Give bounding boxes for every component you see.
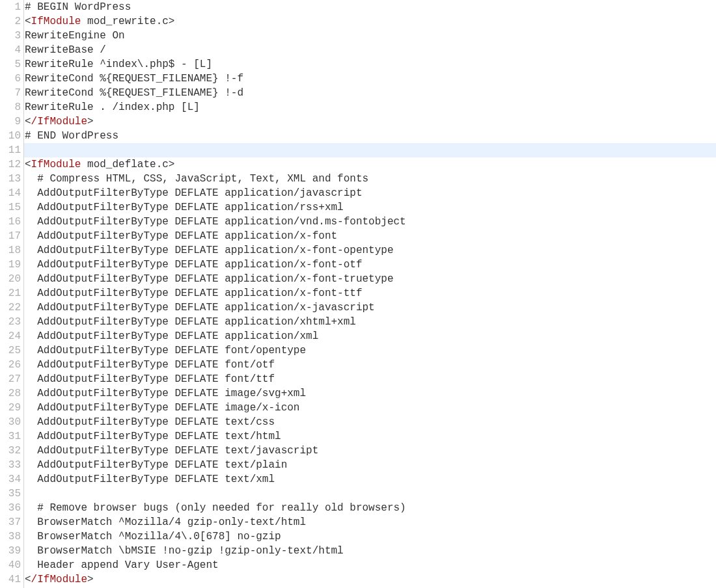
line-number: 16 <box>0 215 21 229</box>
code-line[interactable] <box>24 143 716 157</box>
code-line[interactable]: # Compress HTML, CSS, JavaScript, Text, … <box>24 172 716 186</box>
code-line[interactable]: BrowserMatch ^Mozilla/4\.0[678] no-gzip <box>24 529 716 544</box>
code-line[interactable]: # BEGIN WordPress <box>24 0 716 14</box>
code-line[interactable]: RewriteCond %{REQUEST_FILENAME} !-d <box>24 86 716 100</box>
code-token: BrowserMatch ^Mozilla/4\.0[678] no-gzip <box>25 531 281 542</box>
code-line[interactable]: AddOutputFilterByType DEFLATE font/otf <box>24 358 716 372</box>
code-token: > <box>87 116 94 127</box>
code-line[interactable]: AddOutputFilterByType DEFLATE text/html <box>24 429 716 444</box>
code-token: # Compress HTML, CSS, JavaScript, Text, … <box>25 173 368 185</box>
code-line[interactable]: AddOutputFilterByType DEFLATE applicatio… <box>24 315 716 329</box>
code-token: / <box>31 116 38 127</box>
code-line[interactable]: AddOutputFilterByType DEFLATE applicatio… <box>24 243 716 258</box>
code-line[interactable]: AddOutputFilterByType DEFLATE applicatio… <box>24 215 716 229</box>
code-line[interactable]: Header append Vary User-Agent <box>24 558 716 572</box>
code-line[interactable] <box>24 487 716 501</box>
code-token: RewriteRule ^index\.php$ - [L] <box>25 59 212 70</box>
code-token: AddOutputFilterByType DEFLATE applicatio… <box>25 273 394 285</box>
line-number: 23 <box>0 315 21 329</box>
code-line[interactable]: AddOutputFilterByType DEFLATE text/javas… <box>24 444 716 458</box>
code-line[interactable]: <IfModule mod_rewrite.c> <box>24 14 716 29</box>
code-token: AddOutputFilterByType DEFLATE font/opent… <box>25 345 306 356</box>
line-number: 11 <box>0 143 21 157</box>
line-number: 30 <box>0 415 21 429</box>
line-number: 4 <box>0 43 21 57</box>
line-number: 31 <box>0 429 21 444</box>
code-line[interactable]: AddOutputFilterByType DEFLATE applicatio… <box>24 258 716 272</box>
code-token: < <box>25 159 31 170</box>
line-number: 26 <box>0 358 21 372</box>
line-number: 35 <box>0 487 21 501</box>
line-number-gutter: 1234567891011121314151617181920212223242… <box>0 0 24 588</box>
code-line[interactable]: </IfModule> <box>24 572 716 587</box>
line-number: 14 <box>0 186 21 200</box>
code-token: AddOutputFilterByType DEFLATE text/css <box>25 416 275 428</box>
code-line[interactable]: AddOutputFilterByType DEFLATE applicatio… <box>24 200 716 215</box>
code-area[interactable]: # BEGIN WordPress<IfModule mod_rewrite.c… <box>24 0 716 588</box>
code-line[interactable]: # END WordPress <box>24 129 716 143</box>
code-token: < <box>25 574 31 585</box>
code-line[interactable]: RewriteCond %{REQUEST_FILENAME} !-f <box>24 72 716 86</box>
line-number: 12 <box>0 157 21 172</box>
code-line[interactable]: AddOutputFilterByType DEFLATE text/css <box>24 415 716 429</box>
code-token: RewriteRule . /index.php [L] <box>25 101 200 113</box>
code-line[interactable]: AddOutputFilterByType DEFLATE font/ttf <box>24 372 716 386</box>
code-line[interactable]: AddOutputFilterByType DEFLATE applicatio… <box>24 272 716 286</box>
code-line[interactable]: AddOutputFilterByType DEFLATE applicatio… <box>24 286 716 301</box>
code-token: IfModule <box>37 574 87 585</box>
code-line[interactable]: RewriteRule ^index\.php$ - [L] <box>24 57 716 72</box>
line-number: 3 <box>0 29 21 43</box>
line-number: 40 <box>0 558 21 572</box>
line-number: 27 <box>0 372 21 386</box>
code-token: AddOutputFilterByType DEFLATE applicatio… <box>25 245 394 256</box>
code-line[interactable]: </IfModule> <box>24 114 716 129</box>
code-line[interactable]: # Remove browser bugs (only needed for r… <box>24 501 716 515</box>
code-token: AddOutputFilterByType DEFLATE applicatio… <box>25 287 362 299</box>
line-number: 5 <box>0 57 21 72</box>
code-token: AddOutputFilterByType DEFLATE font/ttf <box>25 373 275 385</box>
code-token: RewriteCond %{REQUEST_FILENAME} !-d <box>25 87 243 99</box>
code-token: RewriteEngine On <box>25 30 125 42</box>
code-token: IfModule <box>37 116 87 127</box>
line-number: 8 <box>0 100 21 114</box>
code-token: AddOutputFilterByType DEFLATE applicatio… <box>25 316 356 328</box>
code-token: AddOutputFilterByType DEFLATE text/plain <box>25 459 287 471</box>
code-line[interactable]: AddOutputFilterByType DEFLATE text/plain <box>24 458 716 472</box>
code-line[interactable]: AddOutputFilterByType DEFLATE applicatio… <box>24 229 716 243</box>
code-line[interactable]: AddOutputFilterByType DEFLATE font/opent… <box>24 343 716 358</box>
line-number: 13 <box>0 172 21 186</box>
code-line[interactable]: AddOutputFilterByType DEFLATE text/xml <box>24 472 716 487</box>
line-number: 37 <box>0 515 21 529</box>
code-line[interactable]: AddOutputFilterByType DEFLATE applicatio… <box>24 301 716 315</box>
code-token: # Remove browser bugs (only needed for r… <box>25 502 406 514</box>
code-line[interactable]: RewriteEngine On <box>24 29 716 43</box>
line-number: 18 <box>0 243 21 258</box>
code-token: > <box>87 574 94 585</box>
line-number: 25 <box>0 343 21 358</box>
code-token: > <box>169 159 175 170</box>
code-token: mod_deflate.c <box>81 159 168 170</box>
line-number: 1 <box>0 0 21 14</box>
line-number: 19 <box>0 258 21 272</box>
code-editor[interactable]: 1234567891011121314151617181920212223242… <box>0 0 716 588</box>
line-number: 17 <box>0 229 21 243</box>
code-token: AddOutputFilterByType DEFLATE applicatio… <box>25 230 337 242</box>
code-line[interactable]: RewriteBase / <box>24 43 716 57</box>
code-line[interactable]: AddOutputFilterByType DEFLATE applicatio… <box>24 329 716 343</box>
code-line[interactable]: AddOutputFilterByType DEFLATE image/x-ic… <box>24 401 716 415</box>
code-line[interactable]: AddOutputFilterByType DEFLATE applicatio… <box>24 186 716 200</box>
code-token: AddOutputFilterByType DEFLATE text/javas… <box>25 445 318 457</box>
line-number: 36 <box>0 501 21 515</box>
line-number: 38 <box>0 529 21 544</box>
code-line[interactable]: <IfModule mod_deflate.c> <box>24 157 716 172</box>
line-number: 7 <box>0 86 21 100</box>
line-number: 9 <box>0 114 21 129</box>
code-token: IfModule <box>31 16 81 27</box>
code-token: AddOutputFilterByType DEFLATE applicatio… <box>25 330 318 342</box>
code-line[interactable]: RewriteRule . /index.php [L] <box>24 100 716 114</box>
code-line[interactable]: BrowserMatch \bMSIE !no-gzip !gzip-only-… <box>24 544 716 558</box>
code-line[interactable]: BrowserMatch ^Mozilla/4 gzip-only-text/h… <box>24 515 716 529</box>
code-token: RewriteBase / <box>25 44 106 56</box>
code-line[interactable]: AddOutputFilterByType DEFLATE image/svg+… <box>24 386 716 401</box>
code-token: AddOutputFilterByType DEFLATE font/otf <box>25 359 275 371</box>
